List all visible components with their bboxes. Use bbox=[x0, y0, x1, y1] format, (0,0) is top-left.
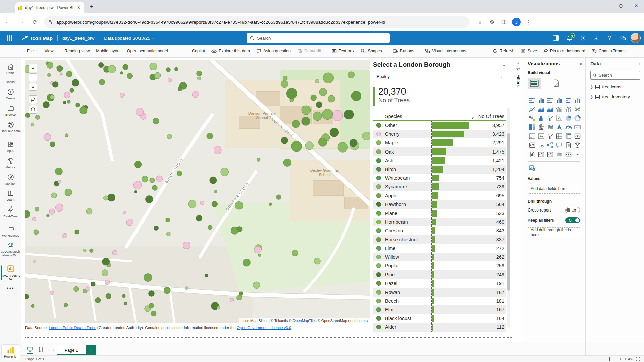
species-row-horse-chestnut[interactable]: Horse chestnut 337 bbox=[373, 235, 506, 244]
viz-icon-gauge[interactable] bbox=[564, 123, 573, 131]
species-row-other[interactable]: Other 3,957 bbox=[373, 121, 506, 130]
sidebar-item-real-time[interactable]: Real-Time bbox=[0, 204, 21, 221]
species-table-header[interactable]: Species ▼No Of Trees bbox=[373, 111, 506, 121]
collapse-data-pane-icon[interactable]: » bbox=[639, 62, 641, 66]
zoom-slider-thumb[interactable] bbox=[609, 357, 610, 361]
map-lasso-select-button[interactable] bbox=[29, 95, 37, 104]
menu-item-refresh[interactable]: Refresh bbox=[493, 49, 515, 53]
species-row-oak[interactable]: Oak 1,475 bbox=[373, 147, 506, 156]
collapse-visualizations-icon[interactable]: » bbox=[580, 62, 582, 66]
viz-icon-paginated-report[interactable] bbox=[528, 150, 536, 159]
viz-icon-waterfall-chart[interactable] bbox=[528, 114, 536, 122]
species-row-hornbeam[interactable]: Hornbeam 460 bbox=[373, 218, 506, 226]
map-compass-button[interactable]: ▲ bbox=[29, 83, 37, 90]
sidebar-item-browse[interactable]: Browse bbox=[0, 103, 21, 119]
sidebar-item-apps[interactable]: Apps bbox=[0, 139, 21, 155]
url-omnibox[interactable]: app.powerbi.com/groups/8f17e332-dc46-49d… bbox=[44, 16, 470, 28]
sidebar-item-metrics[interactable]: Metrics bbox=[0, 155, 21, 172]
menu-item-copilot[interactable]: Copilot bbox=[190, 49, 205, 53]
add-data-fields-dropzone[interactable]: Add data fields here bbox=[528, 184, 580, 194]
tab-search-icon[interactable]: ⌄ bbox=[3, 3, 13, 12]
menu-item-file[interactable]: File⌄ bbox=[27, 49, 38, 53]
menu-item--[interactable]: … bbox=[632, 49, 636, 53]
sidebar-item-onelake-catalog[interactable]: OneLake catalog bbox=[0, 119, 21, 139]
viz-icon-line-and-clustered-column-chart[interactable] bbox=[564, 105, 573, 113]
sidebar-item-home[interactable]: Home bbox=[0, 61, 21, 77]
species-scrollbar[interactable] bbox=[507, 108, 510, 328]
viz-icon-matrix[interactable] bbox=[564, 132, 573, 140]
sidebar-item--[interactable]: ••• bbox=[0, 283, 21, 294]
map-zoom-out-button[interactable]: − bbox=[29, 73, 37, 82]
report-title[interactable]: day1_trees_ptw bbox=[62, 36, 94, 41]
viz-icon-table[interactable] bbox=[555, 132, 564, 140]
sidebar-item-create[interactable]: Create bbox=[0, 86, 21, 103]
new-tab-button[interactable]: + bbox=[87, 2, 96, 11]
viz-icon-python[interactable] bbox=[528, 141, 536, 149]
cross-report-toggle[interactable]: Off bbox=[565, 207, 580, 213]
viz-icon-q-and-a[interactable] bbox=[555, 141, 564, 149]
viz-icon-r-script[interactable] bbox=[573, 132, 582, 140]
menu-item-explore-this-data[interactable]: Explore this data bbox=[211, 49, 250, 53]
species-row-poplar[interactable]: Poplar 259 bbox=[373, 261, 506, 270]
feedback-icon[interactable] bbox=[617, 32, 629, 44]
viz-icon-stacked-bar-chart[interactable] bbox=[528, 96, 536, 104]
viz-icon-map[interactable] bbox=[537, 123, 545, 131]
notifications-bell-icon[interactable]: 6 bbox=[564, 32, 575, 44]
viz-icon-donut-chart[interactable] bbox=[573, 114, 582, 122]
species-row-lime[interactable]: Lime 272 bbox=[373, 244, 506, 253]
viz-icon-key-influencers[interactable] bbox=[537, 141, 545, 149]
viz-icon-decomposition-tree[interactable] bbox=[546, 141, 554, 149]
viz-icon-filled-map[interactable] bbox=[546, 123, 554, 131]
data-updated[interactable]: Data updated 30/10/25⌄ bbox=[104, 36, 155, 41]
viz-icon-kpi[interactable] bbox=[537, 132, 545, 140]
species-row-cherry[interactable]: Cherry 3,423 bbox=[373, 130, 506, 138]
keep-all-filters-toggle[interactable]: On bbox=[565, 217, 580, 223]
viz-icon-arcgis-map[interactable] bbox=[555, 150, 564, 159]
viz-icon-smart-narrative[interactable] bbox=[564, 141, 573, 149]
side-panel-icon[interactable] bbox=[500, 18, 508, 26]
user-avatar[interactable] bbox=[631, 33, 641, 43]
zoom-in-icon[interactable]: + bbox=[619, 357, 621, 361]
side-pane-toggle-icon[interactable] bbox=[550, 32, 561, 44]
menu-item-view[interactable]: View⌄ bbox=[45, 49, 58, 53]
menu-item-buttons[interactable]: Buttons⌄ bbox=[393, 49, 419, 53]
viz-icon-metrics[interactable] bbox=[573, 141, 582, 149]
species-row-birch[interactable]: Birch 1,204 bbox=[373, 165, 506, 174]
menu-item-chat-in-teams[interactable]: Chat in Teams bbox=[592, 49, 626, 53]
species-row-ash[interactable]: Ash 1,421 bbox=[373, 156, 506, 165]
menu-item-data-drill[interactable]: Data/drill⌄ bbox=[297, 49, 325, 53]
menu-item-mobile-layout[interactable]: Mobile layout bbox=[96, 49, 121, 53]
global-search-input[interactable]: Search bbox=[247, 33, 390, 43]
species-row-plane[interactable]: Plane 533 bbox=[373, 209, 506, 218]
site-settings-icon[interactable] bbox=[48, 20, 53, 24]
menu-item-shapes[interactable]: Shapes⌄ bbox=[361, 49, 386, 53]
menu-item-reading-view[interactable]: Reading view bbox=[64, 49, 90, 53]
map-zoom-in-button[interactable]: + bbox=[29, 64, 37, 72]
browser-profile-avatar[interactable]: J bbox=[512, 18, 521, 26]
viz-icon-more-options[interactable]: ⋯ bbox=[573, 150, 582, 159]
menu-item-text-box[interactable]: Text box bbox=[332, 49, 355, 53]
menu-item-open-semantic-model[interactable]: Open semantic model bbox=[127, 49, 168, 53]
download-icon[interactable] bbox=[590, 32, 602, 44]
viz-icon-scatter-chart[interactable] bbox=[555, 114, 564, 122]
sidebar-item-learn[interactable]: Learn bbox=[0, 188, 21, 204]
format-visual-tab[interactable] bbox=[550, 78, 563, 89]
window-maximize-button[interactable]: ▢ bbox=[613, 0, 629, 11]
page-tab[interactable]: Page 1 bbox=[57, 345, 86, 355]
sidebar-item-30daymapchallenge20-[interactable]: 30DayMapChallenge20… bbox=[0, 240, 21, 259]
menu-item-pin-to-a-dashboard[interactable]: Pin to a dashboard bbox=[543, 49, 585, 53]
species-row-elm[interactable]: Elm 167 bbox=[373, 305, 506, 314]
species-row-sycamore[interactable]: Sycamore 739 bbox=[373, 182, 506, 191]
sidebar-item-monitor[interactable]: Monitor bbox=[0, 172, 21, 188]
species-row-chestnut[interactable]: Chestnut 343 bbox=[373, 226, 506, 235]
reload-button[interactable]: ⟳ bbox=[30, 17, 40, 27]
tab-close-icon[interactable]: ✕ bbox=[76, 5, 82, 10]
viz-icon-funnel-chart[interactable] bbox=[546, 114, 554, 122]
add-drill-through-dropzone[interactable]: Add drill-through fields here bbox=[528, 227, 580, 237]
window-close-button[interactable]: ✕ bbox=[629, 0, 644, 11]
sidebar-item-copilot[interactable]: Copilot bbox=[0, 77, 21, 86]
map-visual[interactable]: DANSON LANEBIRCH GROVECOWPER CLOSELANEDa… bbox=[25, 60, 370, 323]
back-button[interactable]: ← bbox=[3, 17, 13, 27]
viz-icon-power-automate[interactable] bbox=[546, 150, 554, 159]
settings-gear-icon[interactable] bbox=[577, 32, 588, 44]
